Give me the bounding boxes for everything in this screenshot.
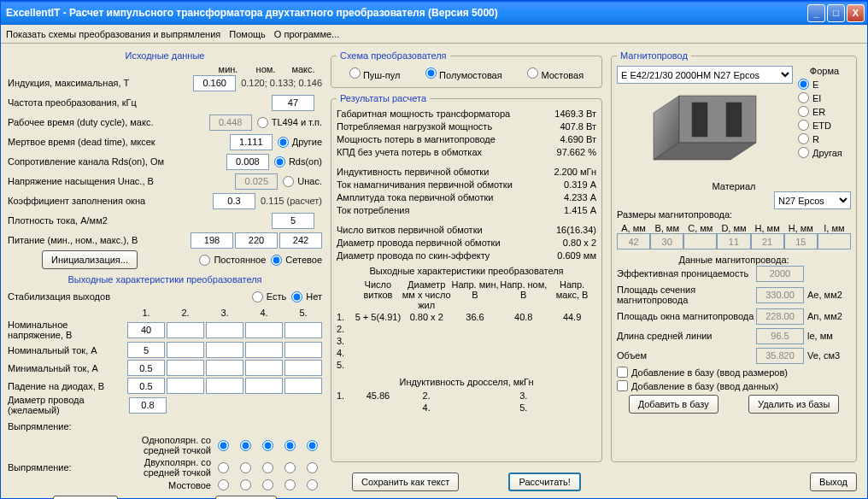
inom-3[interactable] bbox=[206, 342, 243, 358]
titlebar: ExcellentIT - Расчет импульсного трансфо… bbox=[1, 1, 867, 25]
jdens-input[interactable] bbox=[272, 213, 314, 229]
rect1-2[interactable] bbox=[240, 440, 251, 451]
vnom-5[interactable] bbox=[284, 322, 322, 338]
chk-add-dims[interactable] bbox=[617, 367, 628, 378]
freq-input[interactable] bbox=[272, 95, 314, 111]
res-out-title: Выходные характеристики преобразователя bbox=[337, 266, 596, 276]
induction-input[interactable] bbox=[193, 75, 236, 91]
wire-input[interactable] bbox=[129, 397, 167, 414]
menu-help[interactable]: Помощь bbox=[229, 29, 266, 39]
scheme-halfbridge[interactable]: Полумостовая bbox=[425, 68, 502, 80]
vnom-3[interactable] bbox=[206, 322, 243, 338]
rds-radio[interactable] bbox=[274, 156, 285, 167]
duty-other-radio[interactable] bbox=[278, 137, 289, 148]
hdr-max: макс. bbox=[288, 64, 319, 74]
calc-button[interactable]: Рассчитать! bbox=[508, 473, 580, 491]
imin-3[interactable] bbox=[206, 360, 243, 376]
rds-input[interactable] bbox=[226, 154, 269, 170]
shape-ei[interactable]: EI bbox=[798, 92, 851, 103]
imin-2[interactable] bbox=[167, 360, 204, 376]
stab-no-radio[interactable] bbox=[291, 291, 302, 302]
shape-r[interactable]: R bbox=[798, 133, 851, 144]
rect2-3[interactable] bbox=[262, 462, 273, 473]
supply-dc-radio[interactable] bbox=[199, 255, 210, 266]
rect1-1[interactable] bbox=[218, 440, 229, 451]
inom-1[interactable] bbox=[127, 342, 165, 358]
imin-label: Минимальный ток, А bbox=[8, 363, 126, 373]
vnom-2[interactable] bbox=[167, 322, 204, 338]
rect3-1[interactable] bbox=[218, 479, 229, 490]
duty-tl494-radio[interactable] bbox=[257, 117, 268, 128]
results-title: Результаты расчета bbox=[337, 93, 430, 103]
dead-input[interactable] bbox=[230, 134, 273, 150]
minimize-button[interactable]: _ bbox=[807, 4, 825, 22]
save-button[interactable]: Сохранить bbox=[53, 496, 119, 499]
exit-button[interactable]: Выход bbox=[810, 473, 857, 491]
svg-rect-0 bbox=[692, 103, 707, 137]
shape-e[interactable]: E bbox=[798, 79, 851, 90]
shape-etd[interactable]: ETD bbox=[798, 120, 851, 131]
rect3-3[interactable] bbox=[262, 479, 273, 490]
kfill-label: Коэффициент заполнения окна bbox=[8, 196, 213, 206]
save-text-button[interactable]: Сохранить как текст bbox=[352, 473, 459, 491]
inom-4[interactable] bbox=[245, 342, 283, 358]
kfill-hint: 0.115 (расчет) bbox=[255, 196, 322, 206]
rect1-5[interactable] bbox=[307, 440, 318, 451]
maximize-button[interactable]: □ bbox=[827, 4, 845, 22]
inom-2[interactable] bbox=[167, 342, 204, 358]
rect1-3[interactable] bbox=[262, 440, 273, 451]
vdrop-label: Падение на диодах, В bbox=[8, 381, 126, 391]
supply-ac-radio[interactable] bbox=[271, 255, 282, 266]
kfill-input[interactable] bbox=[213, 193, 255, 209]
vdrop-2[interactable] bbox=[167, 378, 204, 394]
rect2-2[interactable] bbox=[240, 462, 251, 473]
stab-yes-radio[interactable] bbox=[252, 291, 263, 302]
imin-1[interactable] bbox=[127, 360, 165, 376]
jdens-label: Плотность тока, А/мм2 bbox=[8, 215, 272, 226]
load-button[interactable]: Загрузить bbox=[215, 496, 277, 499]
init-button[interactable]: Инициализация... bbox=[42, 250, 138, 269]
vnom-4[interactable] bbox=[245, 322, 283, 338]
vdrop-1[interactable] bbox=[127, 378, 165, 394]
scheme-group: Схема преобразователя Пуш-пул Полумостов… bbox=[331, 50, 602, 88]
vdrop-4[interactable] bbox=[245, 378, 283, 394]
supply-max-input[interactable] bbox=[279, 232, 322, 249]
menu-schemes[interactable]: Показать схемы преобразования и выпрямле… bbox=[6, 29, 220, 39]
rect3-2[interactable] bbox=[240, 479, 251, 490]
dims-title: Размеры магнитопровода: bbox=[617, 209, 851, 220]
material-select[interactable]: N27 Epcos bbox=[774, 191, 851, 209]
del-db-button[interactable]: Удалить из базы bbox=[748, 395, 839, 414]
add-db-button[interactable]: Добавить в базу bbox=[629, 395, 718, 414]
rect1-4[interactable] bbox=[284, 440, 296, 451]
induction-label: Индукция, максимальная, T bbox=[8, 78, 193, 88]
core-select[interactable]: E E42/21/30 2000HM N27 Epcos bbox=[617, 66, 793, 84]
outch-title: Выходные характеристики преобразователя bbox=[8, 274, 322, 285]
chk-add-data[interactable] bbox=[617, 380, 628, 391]
scheme-fullbridge[interactable]: Мостовая bbox=[527, 68, 584, 80]
inom-5[interactable] bbox=[284, 342, 322, 358]
shape-er[interactable]: ER bbox=[798, 106, 851, 117]
vnom-1[interactable] bbox=[127, 322, 165, 338]
scheme-pushpull[interactable]: Пуш-пул bbox=[349, 68, 401, 80]
dim-d bbox=[717, 233, 750, 250]
stab-label: Стабилизация выходов bbox=[8, 291, 247, 302]
supply-min-input[interactable] bbox=[191, 232, 233, 249]
source-title: Исходные данные bbox=[8, 50, 322, 61]
close-button[interactable]: X bbox=[847, 4, 865, 22]
shape-other[interactable]: Другая bbox=[798, 147, 851, 158]
usat-radio[interactable] bbox=[283, 176, 294, 187]
rect3-4[interactable] bbox=[284, 479, 296, 490]
vdrop-3[interactable] bbox=[206, 378, 243, 394]
freq-label: Частота преобразования, кГц bbox=[8, 97, 272, 108]
rect2-5[interactable] bbox=[307, 462, 318, 473]
rect2-1[interactable] bbox=[218, 462, 229, 473]
menu-about[interactable]: О программе... bbox=[274, 29, 339, 39]
imin-4[interactable] bbox=[245, 360, 283, 376]
rect3-5[interactable] bbox=[307, 479, 318, 490]
rect-opt2: Двухполярн. со средней точкой bbox=[112, 457, 211, 478]
vdrop-5[interactable] bbox=[284, 378, 322, 394]
le-input bbox=[756, 328, 804, 344]
supply-nom-input[interactable] bbox=[235, 232, 278, 249]
rect2-4[interactable] bbox=[284, 462, 296, 473]
imin-5[interactable] bbox=[284, 360, 322, 376]
